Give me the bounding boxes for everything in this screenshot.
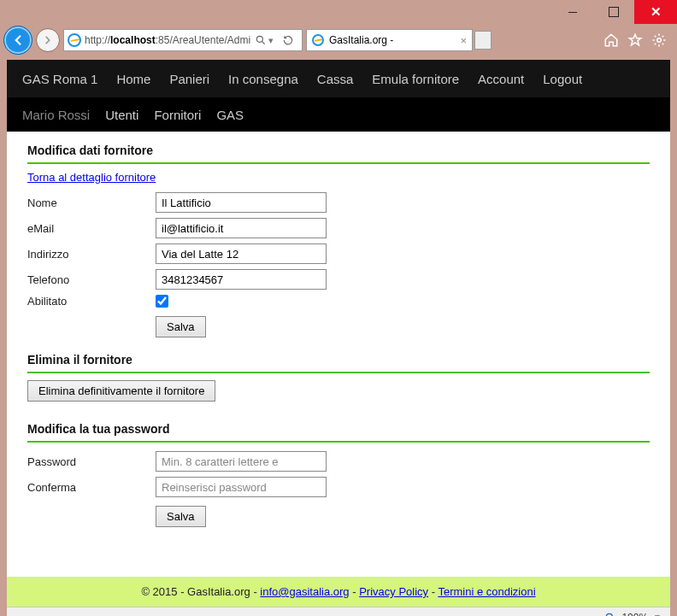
zoom-icon[interactable] [604,612,616,617]
gear-icon[interactable] [651,32,667,48]
page-footer: © 2015 - GasItalia.org - info@gasitalia.… [7,577,670,607]
label-conferma: Conferma [27,481,156,494]
search-icon[interactable]: ▾ [254,30,274,50]
arrow-left-icon [10,32,26,48]
save-password-button[interactable]: Salva [156,506,206,527]
window-minimize-button[interactable] [552,0,593,24]
window-titlebar: ✕ [0,0,677,24]
current-user-label: Mario Rossi [22,108,90,122]
secondary-nav: Mario Rossi Utenti Fornitori GAS [7,97,670,132]
browser-chrome: http://localhost:85/AreaUtente/Admi ▾ Ga… [0,24,677,60]
footer-copyright: © 2015 - GasItalia.org - [141,585,260,598]
subnav-fornitori[interactable]: Fornitori [154,108,201,122]
nav-logout[interactable]: Logout [543,72,582,86]
nav-panieri[interactable]: Panieri [169,72,209,86]
tab-title: GasItalia.org - [329,34,393,46]
primary-nav: GAS Roma 1 Home Panieri In consegna Cass… [7,60,670,97]
tab-strip: GasItalia.org - × [306,29,600,51]
zoom-dropdown-icon[interactable]: ▼ [653,613,662,616]
footer-email-link[interactable]: info@gasitalia.org [260,585,349,598]
section-password-title: Modifica la tua password [27,422,650,436]
section-edit-title: Modifica dati fornitore [27,144,650,157]
tab-close-icon[interactable]: × [460,34,467,47]
subnav-gas[interactable]: GAS [216,108,244,122]
footer-privacy-link[interactable]: Privacy Policy [359,585,428,598]
brand-label: GAS Roma 1 [22,72,97,86]
input-password[interactable] [156,451,327,472]
divider [27,441,650,443]
back-to-detail-link[interactable]: Torna al dettaglio fornitore [27,171,156,184]
divider [27,162,650,164]
page-viewport: GAS Roma 1 Home Panieri In consegna Cass… [7,60,670,607]
subnav-utenti[interactable]: Utenti [105,108,138,122]
input-conferma[interactable] [156,477,327,497]
ie-icon [68,33,81,47]
home-icon[interactable] [603,32,619,48]
label-password: Password [27,455,156,468]
label-nome: Nome [27,197,156,209]
delete-supplier-button[interactable]: Elimina definitivamente il fornitore [27,380,215,402]
svg-point-2 [657,38,662,43]
back-button[interactable] [3,26,32,55]
address-bar[interactable]: http://localhost:85/AreaUtente/Admi ▾ [63,29,303,51]
checkbox-abilitato[interactable] [156,295,168,308]
svg-point-0 [256,36,262,42]
input-email[interactable] [156,218,327,238]
window-close-button[interactable]: ✕ [634,0,677,24]
ie-icon [312,34,324,46]
input-indirizzo[interactable] [156,243,327,264]
nav-cassa[interactable]: Cassa [317,72,354,86]
main-content: Modifica dati fornitore Torna al dettagl… [7,132,670,577]
nav-account[interactable]: Account [478,72,524,86]
url-text: http://localhost:85/AreaUtente/Admi [85,34,250,46]
nav-emula-fornitore[interactable]: Emula fornitore [372,72,459,86]
new-tab-button[interactable] [474,31,492,50]
nav-home[interactable]: Home [116,72,150,86]
nav-in-consegna[interactable]: In consegna [228,72,298,86]
label-email: eMail [27,222,156,235]
zoom-level: 100% [621,612,648,617]
browser-tab[interactable]: GasItalia.org - × [306,29,473,51]
forward-button[interactable] [36,28,60,52]
input-telefono[interactable] [156,269,327,290]
divider [27,372,650,373]
footer-terms-link[interactable]: Termini e condizioni [438,585,535,598]
label-telefono: Telefono [27,273,156,286]
status-bar: 100% ▼ [7,607,670,616]
input-nome[interactable] [156,192,327,213]
refresh-icon[interactable] [278,30,298,50]
label-abilitato: Abilitato [27,295,156,308]
chrome-icons [603,32,670,48]
save-supplier-button[interactable]: Salva [156,316,206,337]
window-maximize-button[interactable] [593,0,634,24]
arrow-right-icon [42,34,54,46]
section-delete-title: Elimina il fornitore [27,353,650,367]
svg-line-1 [262,42,265,44]
star-icon[interactable] [627,32,643,48]
label-indirizzo: Indirizzo [27,248,156,261]
